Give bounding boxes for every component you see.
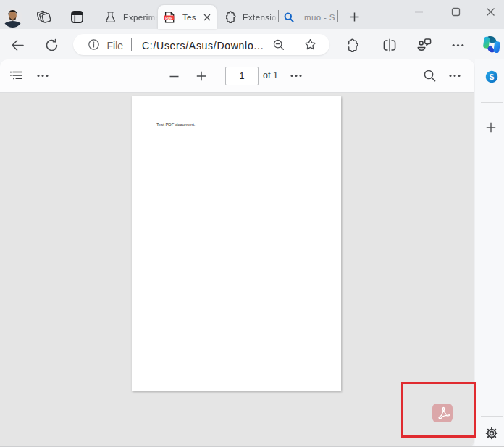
svg-text:S: S xyxy=(489,72,494,81)
svg-text:PDF: PDF xyxy=(165,16,172,20)
